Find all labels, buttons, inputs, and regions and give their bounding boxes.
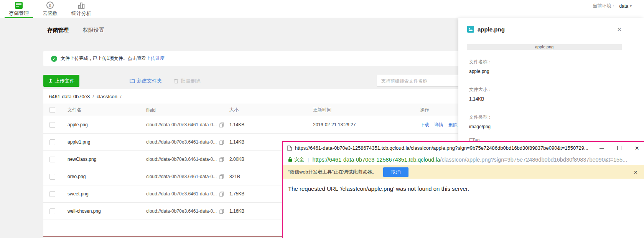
header-checkbox[interactable] [49,107,55,113]
popup-content: The requested URL '/classIcon/apple.png'… [283,179,644,198]
row-action[interactable]: 下载 [420,122,429,128]
copy-icon[interactable] [219,140,224,145]
folder-icon [130,78,135,83]
maximize-icon [617,146,621,150]
copy-icon[interactable] [219,174,224,179]
cancel-button[interactable]: 取消 [383,167,408,177]
new-folder-label: 新建文件夹 [137,78,162,84]
row-checkbox[interactable] [49,122,55,128]
field-value: apple.png [469,69,489,74]
popup-title-bar[interactable]: https://6461-data-0b70e3-1258674351.tcb.… [283,142,644,154]
copy-icon[interactable] [219,192,224,197]
file-name: newClass.png [68,157,146,162]
breadcrumb-separator: / [92,94,94,99]
field-value: 1.14KB [469,96,484,102]
row-checkbox[interactable] [49,174,55,180]
breadcrumb-bucket[interactable]: 6461-data-0b70e3 [49,94,90,99]
field-label: 文件大小： [469,86,492,93]
file-id: cloud://data-0b70e3.6461-data-0... [146,208,217,214]
upload-icon [48,78,53,83]
address-url-domain: https://6461-data-0b70e3-1258674351.tcb.… [312,157,440,163]
file-name: well-chosen.png [68,208,146,214]
close-button[interactable]: ✕ [634,145,640,151]
breadcrumb-folder[interactable]: classIcon [97,94,117,99]
nav-tab-label: 存储管理 [9,10,29,17]
infobar-close-icon[interactable]: ✕ [633,165,638,179]
address-bar[interactable]: 安全 | https://6461-data-0b70e3-1258674351… [283,154,644,165]
field-label: 文件类型： [469,114,492,121]
image-file-icon [467,26,474,33]
browser-popup-window: https://6461-data-0b70e3-1258674351.tcb.… [282,141,644,238]
file-id-cell: cloud://data-0b70e3.6461-data-0... [146,208,229,214]
nav-tab-stats[interactable]: 统计分析 [67,0,96,18]
batch-delete-button[interactable]: 批量删除 [174,75,201,87]
main-nav: 存储管理 () 云函数 统计分析 [5,0,101,18]
top-bar: 存储管理 () 云函数 统计分析 当前环境： data ▾ [0,0,644,18]
column-updated: 更新时间 [313,107,420,113]
sub-tabs: 存储管理 权限设置 [47,26,104,34]
error-text: The requested URL '/classIcon/apple.png'… [288,185,469,192]
address-separator: | [308,157,309,162]
close-icon: ✕ [635,145,639,151]
minimize-button[interactable] [598,145,605,151]
upload-file-button[interactable]: 上传文件 [43,75,79,87]
file-id: cloud://data-0b70e3.6461-data-0... [146,174,217,179]
file-name: oreo.png [68,174,146,179]
preview-bar: apple.png [467,44,622,50]
new-folder-button[interactable]: 新建文件夹 [130,75,162,87]
env-selector[interactable]: 当前环境： data ▾ [593,3,632,9]
lock-icon [288,157,292,162]
minimize-icon [600,148,604,149]
nav-tab-label: 云函数 [43,10,58,17]
tab-storage-management[interactable]: 存储管理 [47,26,69,34]
infobar-text: “微信web开发者工具”正在调试此浏览器。 [288,169,377,175]
search-box [377,75,463,87]
row-action[interactable]: 删除 [448,122,458,128]
stats-icon [77,1,85,10]
upload-success-alert: ✓ 文件上传完成，已上传1项文件。点击查看上传进度 [43,51,464,66]
file-toolbar: 上传文件 新建文件夹 批量删除 [43,75,464,87]
nav-tab-cloud-function[interactable]: () 云函数 [38,0,62,18]
check-circle-icon: ✓ [51,56,57,62]
file-id-cell: cloud://data-0b70e3.6461-data-0... [146,122,229,127]
file-id: cloud://data-0b70e3.6461-data-0... [146,139,217,145]
column-fileid: fileid [146,107,229,113]
nav-tab-storage[interactable]: 存储管理 [5,0,33,18]
file-updated: 2019-02-21 13:29:27 [313,122,420,127]
file-id-cell: cloud://data-0b70e3.6461-data-0... [146,157,229,162]
file-id-cell: cloud://data-0b70e3.6461-data-0... [146,191,229,197]
row-checkbox[interactable] [49,208,55,214]
panel-title: apple.png [478,26,505,33]
file-name: apple.png [68,122,146,127]
window-controls: ✕ [598,142,640,154]
copy-icon[interactable] [219,122,224,127]
maximize-button[interactable] [616,145,623,151]
field-value: image/png [469,124,491,129]
row-checkbox[interactable] [49,157,55,162]
nav-tab-label: 统计分析 [71,10,91,17]
page-icon [287,145,292,151]
env-label: 当前环境： [593,3,616,9]
cloud-function-icon: () [46,1,54,10]
row-checkbox[interactable] [49,139,55,145]
copy-icon[interactable] [219,209,224,214]
storage-icon [15,1,23,10]
row-action[interactable]: 详情 [434,122,443,128]
panel-close-icon[interactable]: ✕ [617,26,622,32]
file-size: 1.14KB [229,122,313,127]
search-input[interactable] [377,75,463,87]
trash-icon [174,78,179,84]
secure-label: 安全 [294,156,304,163]
copy-icon[interactable] [219,157,224,162]
address-url-path: /classIcon/apple.png?sign=9b75e72486db0b… [440,157,627,163]
file-id-cell: cloud://data-0b70e3.6461-data-0... [146,174,229,179]
row-checkbox[interactable] [49,191,55,197]
breadcrumb: 6461-data-0b70e3 / classIcon / [43,89,464,104]
tab-permission-settings[interactable]: 权限设置 [83,26,104,34]
breadcrumb-separator: / [120,94,122,99]
file-name: apple1.png [68,139,146,145]
field-label: 文件名称： [469,59,492,65]
upload-progress-link[interactable]: 上传进度 [146,55,165,62]
row-actions: 下载详情删除 [420,122,464,128]
table-row: apple.png cloud://data-0b70e3.6461-data-… [43,116,464,134]
